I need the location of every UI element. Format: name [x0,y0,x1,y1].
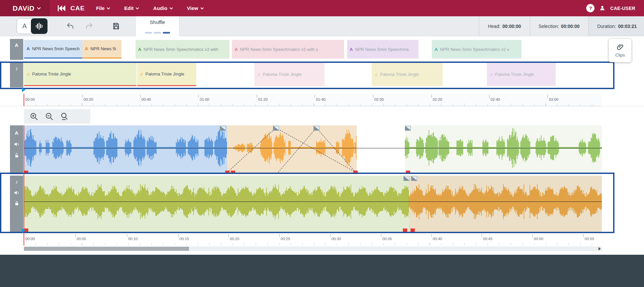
menu-file[interactable]: File [96,5,110,11]
overview-clip[interactable]: ♫Paloma Triste Jingle [24,63,137,86]
clip-boundary-marker[interactable] [406,171,410,174]
scrollbar-thumb[interactable] [24,247,189,251]
tick-label: 00:00 [25,97,35,101]
audio-clip[interactable] [227,125,357,174]
menu-edit[interactable]: Edit [124,5,138,11]
clip-boundary-marker[interactable] [403,228,407,232]
clip-boundary-marker[interactable] [231,171,235,174]
fade-handle[interactable] [273,126,279,131]
music-note-icon: ♫ [257,72,260,77]
overview-speech-track: ANPR News 5min SpeechANPR News 5iANPR Ne… [24,39,602,60]
waveform-mode-button[interactable] [31,18,47,34]
fade-handle[interactable] [411,176,417,181]
fade-handle[interactable] [404,176,410,181]
overview-playhead-line [24,94,24,106]
overview-clip[interactable]: ♫Paloma Triste Jingle [137,63,196,86]
chevron-down-icon [107,6,110,9]
clip-boundary-marker[interactable] [24,171,28,174]
tick-mark [198,95,199,98]
stat-label: Selection: [539,24,559,29]
scroll-right-arrow-icon[interactable] [598,247,601,250]
minor-ticks [24,243,602,245]
tick-label: 00:50 [534,237,543,241]
audio-clip[interactable] [409,176,602,232]
menu-view[interactable]: View [187,5,203,11]
tick-mark [257,95,257,98]
overview-playhead-triangle[interactable] [22,87,26,92]
overview-clip[interactable]: ♫Paloma Triste Jingle [487,63,556,86]
save-button[interactable] [112,22,120,30]
speaker-icon[interactable] [14,141,20,147]
tick-label: 00:45 [483,237,493,241]
waveform-canvas [409,176,602,232]
music-note-icon: ♫ [490,72,493,77]
overview-clip[interactable]: ANPR News 5i [82,40,122,59]
speech-a-icon: A [234,47,237,52]
help-button[interactable]: ? [586,4,595,12]
menu-label: View [187,5,198,11]
tick-label: 02:20 [433,97,442,101]
david-logo[interactable]: DAViD [0,0,50,16]
menu-audio[interactable]: Audio [153,5,172,11]
clip-boundary-marker[interactable] [411,228,415,232]
shuffle-tab[interactable]: Shuffle [136,16,179,36]
zoom-fit-button[interactable] [59,111,70,122]
time-stats: Head:00:00:00Selection:00:00:00Duration:… [479,16,644,36]
tick-label: 00:30 [331,237,341,241]
speaker-icon[interactable] [14,190,20,196]
zoom-in-button[interactable] [29,111,39,122]
horizontal-scrollbar[interactable] [24,246,602,251]
tick-label: 01:40 [316,97,325,101]
overview-clip[interactable]: ♫Paloma Triste Jingle [254,63,324,86]
zoom-out-button[interactable] [44,111,54,122]
stat-head: Head:00:00:00 [479,16,529,36]
clip-label: NPR News 5min Speech [32,46,79,51]
zero-line [24,202,602,202]
zoom-toolbar [24,109,90,124]
redo-button[interactable] [85,22,93,31]
overview-time-ruler[interactable]: 00:0000:2000:4001:0001:2001:4002:0002:20… [24,94,602,106]
overview-clip[interactable]: ANPR News 5min Speechmatics v2 with s [232,40,344,59]
clip-boundary-marker[interactable] [225,171,230,174]
fade-handle[interactable] [220,126,226,131]
clips-panel-button[interactable]: Clips [609,39,631,62]
stat-label: Head: [488,24,500,29]
clip-label: Paloma Triste Jingle [380,72,419,77]
user-name[interactable]: CAE-USER [610,6,635,11]
tick-label: 00:35 [382,237,392,241]
topbar-right: ? CAE-USER [586,4,644,12]
menu-label: Audio [153,5,167,11]
stat-selection: Selection:00:00:00 [530,16,589,36]
editor-playhead-triangle[interactable] [22,228,26,233]
tick-mark [482,234,482,237]
overview-clip[interactable]: ANPR News 5min Speechmatics v2 with [136,40,230,59]
speech-a-icon: A [350,47,353,52]
audio-clip[interactable] [405,125,602,174]
audio-clip[interactable] [24,176,409,232]
tick-mark [75,234,76,237]
unlock-icon[interactable] [14,153,20,158]
speech-a-icon: A [27,46,30,51]
speech-a-icon: A [138,47,141,52]
clip-label: NPR News 5min Speechma [355,47,409,52]
audio-clip[interactable] [24,125,227,174]
overview-speech-rail: A [10,39,23,60]
lock-icon[interactable] [14,201,20,206]
clip-boundary-marker[interactable] [353,171,358,174]
editor-time-ruler[interactable]: 00:0000:0500:1000:1500:2000:2500:3000:35… [24,233,602,245]
overview-clip[interactable]: ANPR News 5min Speechma [347,40,419,59]
undo-button[interactable] [66,22,75,31]
overview-clip[interactable]: ANPR News 5min Speechmatics v2 v [432,40,521,59]
clip-label: NPR News 5min Speechmatics v2 with s [240,47,318,52]
tick-label: 00:40 [141,97,151,101]
text-mode-button[interactable]: A [17,18,33,34]
overview-clip[interactable]: ANPR News 5min Speech [24,40,82,59]
tick-label: 00:00 [25,237,35,241]
clips-panel-label: Clips [615,53,625,58]
fade-handle[interactable] [405,126,411,131]
tick-mark [127,234,127,237]
shuffle-progress-segments [145,32,170,34]
overview-clip[interactable]: ♫Paloma Triste Jingle [372,63,443,86]
fade-handle[interactable] [314,126,320,131]
chevron-down-icon [37,6,41,9]
